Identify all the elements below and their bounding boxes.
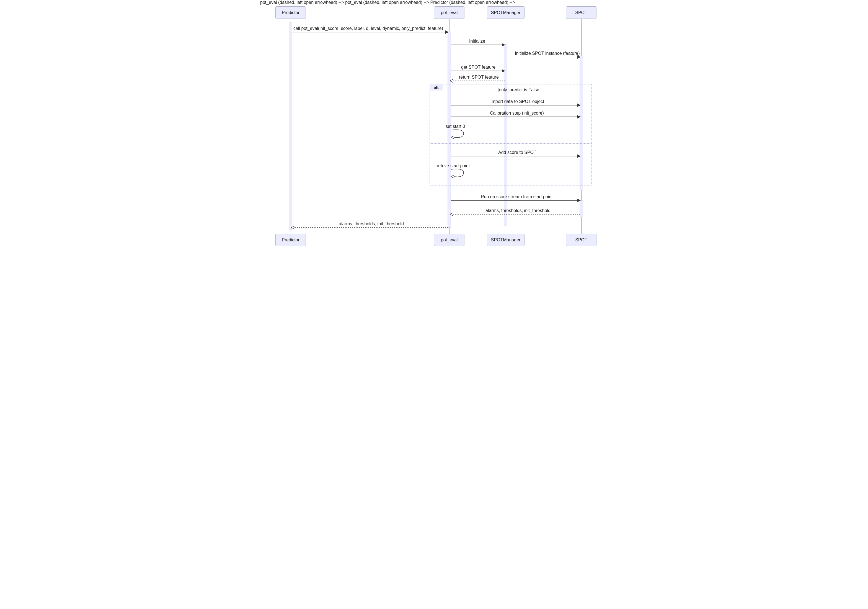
participant-pot-eval-bottom: pot_eval [434, 234, 465, 246]
participant-label: SPOTManager [491, 10, 521, 15]
msg-init-spot-instance: Initialize SPOT instance (feature) [515, 51, 580, 56]
participant-spotmanager-top: SPOTManager [487, 6, 524, 19]
sequence-diagram: Predictor pot_eval SPOTManager SPOT Pred… [260, 0, 608, 255]
msg-return-spot-feature: return SPOT feature [459, 75, 499, 80]
msg-retrieve-start: retrive start point [437, 163, 470, 168]
self-loop-m8 [451, 129, 468, 139]
participant-label: SPOT [575, 237, 587, 242]
participant-spot-bottom: SPOT [566, 234, 597, 246]
alt-condition: [only_predict is False] [498, 87, 541, 93]
participant-spotmanager-bottom: SPOTManager [487, 234, 524, 246]
msg-set-start-0: set start 0 [446, 124, 465, 129]
msg-add-score: Add score to SPOT [498, 150, 536, 155]
alt-keyword: alt [434, 85, 439, 90]
svg-marker-3 [502, 43, 505, 46]
msg-return-alarms-2: alarms, thresholds, init_threshold [339, 222, 404, 226]
svg-marker-12 [577, 115, 581, 118]
alt-label: alt [429, 84, 443, 90]
svg-marker-1 [445, 31, 449, 34]
participant-spot-top: SPOT [566, 6, 597, 19]
msg-initialize: Initialize [469, 39, 485, 44]
participant-label: SPOTManager [491, 237, 521, 242]
msg-calibration: Calibration step (init_score) [490, 111, 544, 116]
msg-get-spot-feature: get SPOT feature [461, 65, 496, 70]
self-loop-m10 [451, 168, 468, 178]
participant-predictor-bottom: Predictor [275, 234, 306, 246]
svg-marker-16 [577, 199, 581, 202]
participant-label: Predictor [282, 237, 299, 242]
msg-run-on-stream: Run on score stream from start point [481, 194, 553, 199]
svg-marker-7 [502, 69, 505, 73]
activation-predictor [289, 22, 292, 230]
alt-divider [429, 143, 592, 144]
msg-import-data: Import data to SPOT object [490, 99, 544, 104]
svg-marker-14 [577, 155, 581, 158]
participant-label: SPOT [575, 10, 587, 15]
msg-return-alarms-1: alarms, thresholds, init_threshold [485, 208, 550, 213]
participant-pot-eval-top: pot_eval [434, 6, 465, 19]
svg-marker-10 [577, 104, 581, 107]
participant-label: Predictor [282, 10, 299, 15]
participant-label: pot_eval [441, 237, 458, 242]
msg-call-pot-eval: call pot_eval(init_score, score, label, … [293, 26, 443, 31]
participant-predictor-top: Predictor [275, 6, 306, 19]
participant-label: pot_eval [441, 10, 458, 15]
